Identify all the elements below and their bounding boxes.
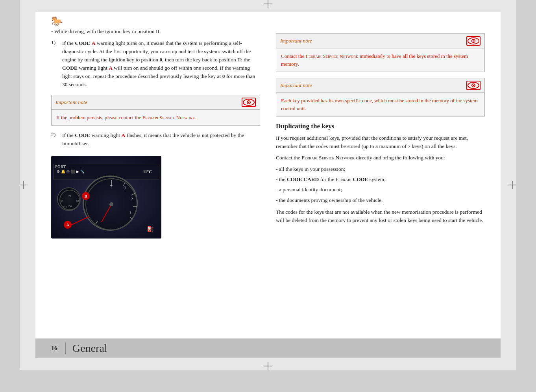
- svg-point-28: [473, 85, 474, 86]
- intro-text: - While driving, with the ignition key i…: [51, 28, 260, 35]
- content-columns: - While driving, with the ignition key i…: [51, 24, 485, 338]
- note-body-right-1: Contact the Ferrari Service Network imme…: [276, 48, 484, 72]
- bullet-1: - all the keys in your possession;: [276, 165, 485, 173]
- ferrari-network-ref-3: Ferrari Service Network: [301, 155, 355, 161]
- letter-a-2: A: [109, 65, 113, 71]
- item-1-number: 1): [51, 39, 62, 89]
- page-number: 16: [51, 345, 57, 352]
- important-note-left-1: Important note If the problem persists, …: [51, 95, 260, 126]
- code-bold-3: CODE: [75, 132, 90, 138]
- note-title-right-2: Important note: [280, 82, 312, 89]
- important-note-right-2: Important note Each key provided has its…: [276, 78, 485, 116]
- page-content: 🐎 - While driving, with the ignition key…: [35, 12, 501, 358]
- svg-point-2: [248, 102, 250, 103]
- note-header-1: Important note: [52, 95, 260, 110]
- note-body-right-2: Each key provided has its own specific c…: [276, 93, 484, 116]
- contact-text: Contact the Ferrari Service Network dire…: [276, 154, 485, 162]
- note-icon-right-2: [466, 81, 481, 90]
- code-card-bold: CODE CARD: [287, 176, 319, 182]
- crosshair-top: [264, 0, 272, 8]
- crosshair-right: [508, 181, 516, 189]
- note-title-1: Important note: [55, 99, 87, 105]
- pos-0-2: 0: [222, 73, 225, 79]
- item-2-number: 2): [51, 131, 62, 148]
- bullet-4: - the documents proving ownership of the…: [276, 196, 485, 204]
- note-header-right-2: Important note: [276, 78, 484, 93]
- bullet-2: - the CODE CARD for the Ferrari CODE sys…: [276, 176, 485, 183]
- item-1-text: If the CODE A warning light turns on, it…: [62, 39, 260, 89]
- numbered-item-2: 2) If the CODE warning light A flashes, …: [51, 131, 260, 148]
- svg-point-25: [473, 41, 474, 42]
- ferrari-logo: 🐎: [51, 16, 63, 27]
- bullet-3: - a personal identity document;: [276, 186, 485, 194]
- duplicating-body-text: If you request additional keys, provided…: [276, 134, 485, 151]
- item-2-text: If the CODE warning light A flashes, it …: [62, 131, 260, 148]
- code-bold-1: CODE: [75, 40, 90, 46]
- code-bold-4: CODE: [353, 176, 368, 182]
- bottom-bar: 16 General: [35, 338, 501, 358]
- numbered-item-1: 1) If the CODE A warning light turns on,…: [51, 39, 260, 89]
- section-label: General: [72, 342, 107, 355]
- note-icon-1: [242, 98, 256, 107]
- note-icon-right-1: [466, 36, 481, 46]
- note-header-right-1: Important note: [276, 34, 484, 48]
- eye-icon-right-2: [467, 81, 480, 89]
- letter-a-1: A: [92, 40, 96, 46]
- arrow-svg: [51, 156, 161, 239]
- crosshair-bottom: [264, 362, 272, 370]
- footer-note-text: The codes for the keys that are not avai…: [276, 208, 485, 225]
- letter-a-3: A: [121, 132, 125, 138]
- eye-icon-right-1: [467, 37, 480, 45]
- note-body-1: If the problem persists, please contact …: [52, 110, 260, 126]
- crosshair-left: [20, 181, 28, 189]
- ferrari-network-ref-2: Ferrari Service Network: [306, 53, 359, 59]
- section-title-duplicating: Duplicating the keys: [276, 122, 485, 130]
- left-column: - While driving, with the ignition key i…: [51, 28, 260, 338]
- ferrari-code-ref: Ferrari: [336, 176, 352, 182]
- svg-line-22: [72, 217, 89, 225]
- ferrari-network-ref-1: Ferrari Service Network: [142, 115, 195, 120]
- bottom-divider: [65, 342, 66, 354]
- code-bold-2: CODE: [62, 65, 78, 71]
- eye-icon-1: [242, 98, 255, 106]
- dashboard-image: ⚙ 🔔 ◎ ⬛ ▶ 🔧 11°C PORT: [51, 156, 161, 239]
- page-outer: 🐎 - While driving, with the ignition key…: [20, 0, 516, 370]
- right-column: Important note Contact the Ferrari Servi…: [276, 28, 485, 338]
- pos-0-1: 0: [159, 57, 162, 63]
- note-title-right-1: Important note: [280, 38, 312, 44]
- important-note-right-1: Important note Contact the Ferrari Servi…: [276, 33, 485, 72]
